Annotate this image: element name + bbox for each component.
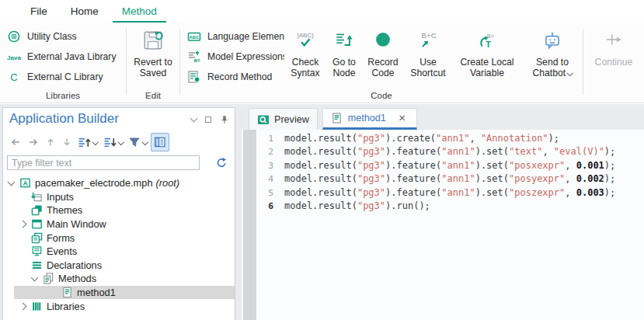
code-line[interactable]: 4model.result("pg3").feature("ann1").set… [256, 172, 644, 186]
methods-icon [43, 273, 54, 284]
tree-item-label: pacemaker_electrode.mph [35, 177, 153, 189]
external-java-library-label: External Java Library [27, 51, 116, 62]
menu-tab-home[interactable]: Home [59, 0, 110, 23]
tree-item-methods[interactable]: Methods [3, 272, 235, 286]
code-line[interactable]: 3model.result("pg3").feature("ann1").set… [256, 159, 644, 172]
record-code-label: Record Code [362, 57, 404, 78]
tree-expander-icon[interactable] [8, 179, 16, 186]
libraries-icon [31, 301, 43, 312]
tree-expander-icon[interactable] [31, 274, 39, 282]
number-literal: 0.001 [576, 160, 604, 171]
number-literal: 0.002 [576, 173, 604, 184]
tree-item-label: Methods [58, 273, 96, 284]
code-text: model.result("pg3").run(); [284, 200, 430, 213]
tree-item-inputs[interactable]: Inputs [3, 190, 235, 204]
external-c-library-label: External C Library [27, 71, 103, 82]
language-elements-icon: ABC [186, 30, 202, 43]
tree-expander-icon[interactable] [19, 302, 27, 310]
revert-to-saved-icon [142, 27, 164, 54]
code-token: ).feature( [385, 173, 441, 184]
tree-item-libraries[interactable]: Libraries [3, 299, 235, 313]
nav-back-button[interactable] [7, 134, 24, 151]
editor-tools-icon [154, 136, 166, 148]
tree-item-label: Declarations [47, 259, 102, 271]
utility-class-button[interactable]: Utility Class [0, 26, 126, 47]
tree-item-main-window[interactable]: Main Window [3, 217, 235, 231]
code-token: ).set( [475, 146, 509, 157]
close-tab-icon[interactable]: ✕ [399, 113, 406, 123]
external-java-library-button[interactable]: Java External Java Library [0, 47, 126, 67]
model-expressions-icon: a= [186, 50, 202, 64]
panel-menu-button[interactable] [191, 118, 197, 121]
tree-item-label: method1 [77, 287, 116, 298]
filter-row [3, 153, 235, 173]
external-c-library-button[interactable]: C External C Library [0, 67, 126, 87]
record-method-label: Record Method [207, 71, 272, 82]
refresh-button[interactable] [216, 157, 228, 172]
svg-text:C: C [10, 71, 17, 83]
tree-item-pacemaker-electrode-mph[interactable]: Apacemaker_electrode.mph(root) [3, 176, 235, 190]
panel-maximize-button[interactable] [205, 117, 211, 123]
preview-icon [257, 113, 270, 126]
code-token: ).feature( [385, 187, 441, 198]
code-line[interactable]: 6model.result("pg3").run(); [256, 200, 644, 213]
string-literal: "pg3" [357, 200, 385, 211]
svg-text:Java: Java [7, 54, 21, 61]
code-text: model.result("pg3").feature("ann1").set(… [284, 172, 615, 186]
group-label-edit: Edit [127, 91, 179, 100]
filter-button[interactable] [126, 134, 150, 151]
panel-pin-button[interactable] [220, 115, 229, 124]
menu-tab-method[interactable]: Method [110, 0, 169, 23]
code-lines: 1model.result("pg3").create("ann1", "Ann… [256, 132, 644, 213]
tab-method1[interactable]: method1 ✕ [322, 108, 418, 130]
tree-item-events[interactable]: Events [3, 245, 235, 259]
model-expressions-button[interactable]: a= Model Expressions [180, 47, 284, 67]
tree-item-declarations[interactable]: Declarations [3, 259, 235, 273]
ribbon-group-code: ABC Language Elements a= Model Expressio… [180, 23, 583, 103]
menu-tab-file[interactable]: File [19, 0, 59, 23]
chevron-down-icon [567, 69, 573, 75]
inputs-icon [31, 191, 43, 203]
group-label-libraries: Libraries [0, 91, 126, 100]
chevron-down-icon [92, 139, 99, 145]
code-line[interactable]: 2model.result("pg3").feature("ann1").set… [256, 145, 644, 158]
tree-item-themes[interactable]: Themes [3, 203, 235, 217]
code-token: ).run(); [385, 200, 430, 211]
go-to-node-label: Go to Node [326, 57, 362, 78]
code-token: model.result( [284, 187, 357, 198]
line-number: 1 [256, 132, 273, 145]
method-icon [61, 287, 73, 298]
tree-item-label: Libraries [47, 301, 85, 312]
tree-item-method1[interactable]: method1 [3, 286, 235, 300]
code-token: ).set( [475, 173, 509, 184]
code-token: , [469, 133, 480, 144]
continue-icon [604, 27, 624, 54]
string-literal: "posyexpr" [509, 173, 565, 184]
application-tree: Apacemaker_electrode.mph(root)InputsThem… [3, 176, 235, 320]
toggle-editor-tools-button[interactable] [151, 133, 169, 151]
nav-forward-button[interactable] [25, 134, 42, 151]
tab-preview[interactable]: Preview [249, 108, 318, 130]
record-method-button[interactable]: Record Method [180, 67, 284, 87]
revert-to-saved-button[interactable]: Revert to Saved [127, 23, 179, 78]
code-text: model.result("pg3").feature("ann1").set(… [284, 145, 615, 158]
editor-gutter [243, 130, 256, 320]
sort-ascending-button[interactable] [75, 134, 100, 151]
code-token: ).set( [475, 160, 509, 171]
language-elements-button[interactable]: ABC Language Elements [180, 26, 284, 47]
string-literal: "pg3" [357, 146, 385, 157]
sort-descending-button[interactable] [101, 134, 126, 151]
code-editor[interactable]: 1model.result("pg3").create("ann1", "Ann… [242, 130, 644, 320]
move-down-button[interactable] [59, 134, 75, 151]
tab-preview-label: Preview [274, 114, 309, 125]
group-label-code: Code [180, 91, 583, 100]
code-line[interactable]: 5model.result("pg3").feature("ann1").set… [256, 186, 644, 200]
filter-input[interactable] [7, 155, 200, 170]
list-move-down-icon [103, 136, 117, 149]
move-up-button[interactable] [43, 134, 58, 151]
arrow-up-icon [45, 137, 56, 148]
tree-item-forms[interactable]: Forms [3, 231, 235, 245]
code-line[interactable]: 1model.result("pg3").create("ann1", "Ann… [256, 132, 644, 145]
svg-text:T: T [486, 40, 491, 49]
tree-expander-icon[interactable] [19, 221, 27, 228]
